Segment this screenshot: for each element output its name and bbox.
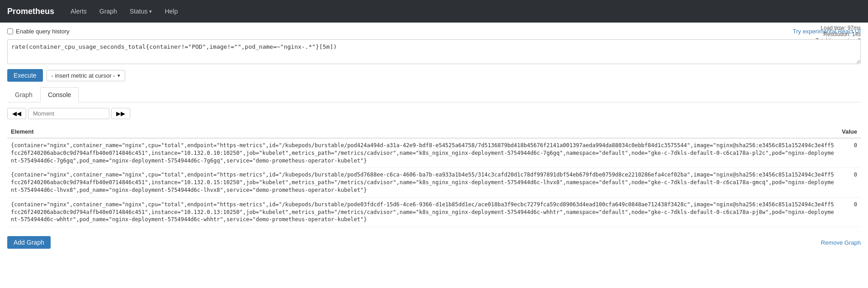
- navbar: Prometheus Alerts Graph Status Help: [0, 0, 868, 23]
- nav-alerts[interactable]: Alerts: [65, 4, 92, 19]
- col-element: Element: [7, 125, 838, 138]
- col-value: Value: [838, 125, 861, 138]
- element-cell-0: {container="nginx",container_name="nginx…: [7, 138, 838, 168]
- execute-row: Execute - insert metric at cursor -: [7, 69, 861, 82]
- value-cell-2: 0: [838, 197, 861, 227]
- moment-input[interactable]: [28, 108, 109, 119]
- tab-console[interactable]: Console: [40, 87, 79, 102]
- query-area: [7, 39, 861, 65]
- table-head: Element Value: [7, 125, 861, 138]
- enable-query-history-label[interactable]: Enable query history: [7, 28, 70, 35]
- nav-graph[interactable]: Graph: [94, 4, 123, 19]
- load-time-stat: Load time: 97ms: [816, 25, 861, 31]
- table-row: {container="nginx",container_name="nginx…: [7, 197, 861, 227]
- table-row: {container="nginx",container_name="nginx…: [7, 168, 861, 197]
- navbar-brand[interactable]: Prometheus: [7, 7, 54, 16]
- metric-dropdown[interactable]: - insert metric at cursor -: [47, 70, 126, 81]
- enable-query-history-checkbox[interactable]: [7, 28, 13, 34]
- enable-query-history-text: Enable query history: [16, 28, 70, 35]
- table-body: {container="nginx",container_name="nginx…: [7, 138, 861, 227]
- nav-status[interactable]: Status: [124, 4, 158, 19]
- execute-button[interactable]: Execute: [7, 69, 43, 82]
- element-cell-1: {container="nginx",container_name="nginx…: [7, 168, 838, 197]
- add-graph-button[interactable]: Add Graph: [7, 236, 51, 249]
- time-controls: ◀◀ ▶▶: [7, 108, 861, 119]
- bottom-row: Add Graph Remove Graph: [7, 232, 861, 249]
- console-table: Element Value {container="nginx",contain…: [7, 125, 861, 227]
- tabs: Graph Console: [7, 87, 861, 102]
- top-row: Enable query history Try experimental Re…: [7, 28, 861, 35]
- time-back-button[interactable]: ◀◀: [7, 108, 26, 119]
- remove-graph-link[interactable]: Remove Graph: [821, 239, 861, 246]
- nav-help[interactable]: Help: [159, 4, 183, 19]
- query-input[interactable]: [7, 39, 861, 64]
- main-content: Enable query history Try experimental Re…: [0, 23, 868, 254]
- value-cell-0: 0: [838, 138, 861, 168]
- element-cell-2: {container="nginx",container_name="nginx…: [7, 197, 838, 227]
- time-forward-button[interactable]: ▶▶: [111, 108, 130, 119]
- value-cell-1: 0: [838, 168, 861, 197]
- resolution-stat: Resolution: 14s: [816, 31, 861, 37]
- tab-graph[interactable]: Graph: [7, 87, 40, 102]
- table-row: {container="nginx",container_name="nginx…: [7, 138, 861, 168]
- navbar-nav: Alerts Graph Status Help: [65, 4, 183, 19]
